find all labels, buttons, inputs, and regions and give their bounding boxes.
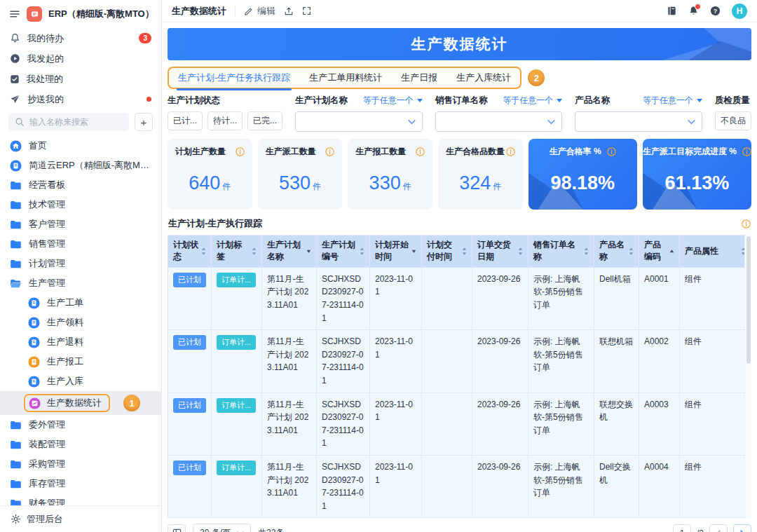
search-input[interactable]: 输入名称来搜索	[8, 113, 129, 131]
filter-operator[interactable]: 等于任意一个	[363, 95, 423, 107]
column-header[interactable]: 销售订单名称	[528, 236, 594, 268]
sidebar-item[interactable]: 库存管理	[0, 474, 161, 493]
doc-blue-icon	[28, 336, 40, 348]
filter-select[interactable]	[295, 111, 423, 132]
info-icon[interactable]	[607, 147, 616, 156]
sidebar-item[interactable]: 生产报工	[0, 352, 161, 371]
column-label: 销售订单名称	[533, 239, 582, 264]
journal-icon[interactable]	[667, 6, 677, 16]
scrollbar-thumb[interactable]	[746, 236, 751, 364]
column-header[interactable]: 计划开始时间	[370, 236, 422, 268]
column-header[interactable]: 计划标签	[212, 236, 262, 268]
main: 生产数据统计 编辑 ? H 生产数据统计	[162, 0, 757, 532]
sidebar-item[interactable]: 采购管理	[0, 454, 161, 474]
tab[interactable]: 生产工单用料统计	[309, 71, 382, 84]
sort-both-icon[interactable]	[518, 247, 523, 255]
status-chip[interactable]: 已计...	[168, 111, 203, 130]
column-header[interactable]: 生产计划编号	[317, 236, 370, 268]
column-header[interactable]: 计划交付时间	[422, 236, 472, 268]
admin-console-link[interactable]: 管理后台	[0, 505, 161, 532]
sidebar-item[interactable]: 委外管理	[0, 415, 161, 435]
sidebar-nav: 首页简道云ERP（精细版-离散MTO）「...经营看板技术管理客户管理销售管理计…	[0, 136, 161, 505]
column-header[interactable]: 产品属性	[680, 236, 751, 268]
sidebar-item[interactable]: 计划管理	[0, 254, 161, 273]
tag-badge: 订单计...	[217, 461, 256, 475]
sidebar-item[interactable]: 客户管理	[0, 214, 161, 234]
next-page-button[interactable]	[733, 524, 751, 532]
sidebar-quick-item[interactable]: 我发起的	[0, 48, 161, 69]
info-icon[interactable]	[236, 147, 245, 156]
info-icon[interactable]	[742, 219, 751, 229]
share-icon[interactable]	[284, 6, 294, 16]
info-icon[interactable]	[325, 147, 334, 156]
sidebar-item[interactable]: 销售管理	[0, 234, 161, 254]
prev-page-button[interactable]	[709, 524, 728, 532]
topbar: 生产数据统计 编辑 ? H	[162, 0, 757, 22]
sort-both-icon[interactable]	[252, 247, 257, 255]
column-label: 计划开始时间	[375, 239, 409, 264]
quality-chip[interactable]: 不良品	[715, 111, 751, 130]
table-row[interactable]: 已计划订单计...第11月-生产计划 2023.11A01SCJHXSDD230…	[168, 330, 751, 393]
sidebar-item[interactable]: 经营看板	[0, 175, 161, 195]
column-header[interactable]: 产品编码	[639, 236, 680, 268]
sidebar-item[interactable]: 技术管理	[0, 195, 161, 214]
sort-asc-icon[interactable]	[669, 250, 674, 253]
current-page-input[interactable]: 1	[673, 524, 691, 532]
column-header[interactable]: 产品名称	[594, 236, 639, 268]
folder-icon	[10, 498, 22, 506]
fullscreen-icon[interactable]	[302, 6, 311, 15]
filter-operator[interactable]: 等于任意一个	[503, 95, 562, 107]
column-header[interactable]: 订单交货日期	[472, 236, 528, 268]
table-row[interactable]: 已计划订单计...第11月-生产计划 2023.11A01SCJHXSDD230…	[168, 393, 751, 455]
sidebar-quick-item[interactable]: 抄送我的	[0, 89, 161, 109]
sidebar-item[interactable]: 生产领料	[0, 313, 161, 332]
filter-select[interactable]	[435, 111, 563, 132]
sidebar-item[interactable]: 生产数据统计1	[0, 391, 161, 415]
hamburger-icon[interactable]	[9, 8, 20, 20]
filter-select[interactable]	[575, 111, 702, 132]
help-icon[interactable]: ?	[710, 6, 721, 16]
edit-button[interactable]: 编辑	[244, 5, 275, 18]
sort-both-icon[interactable]	[629, 247, 634, 255]
column-header[interactable]: 计划状态	[168, 236, 212, 268]
sidebar-item[interactable]: 生产管理	[0, 273, 161, 293]
status-chip[interactable]: 已完...	[247, 111, 282, 130]
sidebar-quick-item[interactable]: 我处理的	[0, 69, 161, 89]
avatar[interactable]: H	[732, 4, 747, 19]
sort-both-icon[interactable]	[201, 247, 206, 255]
sort-both-icon[interactable]	[584, 247, 589, 255]
table-row[interactable]: 已计划订单计...第11月-生产计划 2023.11A01SCJHXSDD230…	[168, 267, 751, 329]
edit-label: 编辑	[257, 5, 275, 18]
status-chip[interactable]: 待计...	[207, 111, 243, 130]
sidebar-item[interactable]: 首页	[0, 136, 161, 156]
sidebar-item-label: 生产工单	[47, 296, 83, 309]
sidebar-item[interactable]: 生产入库	[0, 371, 161, 391]
column-header[interactable]: 生产计划名称	[262, 236, 317, 268]
column-settings-button[interactable]	[168, 524, 186, 532]
send-icon	[10, 94, 20, 104]
info-icon[interactable]	[416, 147, 425, 156]
add-app-button[interactable]: +	[135, 113, 153, 131]
sort-both-icon[interactable]	[462, 247, 467, 255]
info-icon[interactable]	[742, 147, 751, 156]
sort-desc-icon[interactable]	[411, 250, 416, 253]
sidebar-quick-item[interactable]: 我的待办3	[0, 28, 161, 48]
page-size-select[interactable]: 20 条/页	[193, 524, 251, 532]
table-scrollbar[interactable]	[744, 235, 751, 518]
sort-desc-icon[interactable]	[306, 250, 311, 253]
tab[interactable]: 生产计划-生产任务执行跟踪	[178, 71, 290, 84]
sidebar-item[interactable]: 简道云ERP（精细版-离散MTO）「...	[0, 156, 161, 175]
sort-both-icon[interactable]	[360, 247, 364, 255]
sidebar-item[interactable]: 装配管理	[0, 435, 161, 454]
tab[interactable]: 生产日报	[401, 71, 437, 84]
tab[interactable]: 生产入库统计	[456, 71, 511, 84]
sidebar-item[interactable]: 生产退料	[0, 332, 161, 352]
banner-title: 生产数据统计	[411, 34, 508, 54]
filter-operator[interactable]: 等于任意一个	[643, 95, 702, 107]
sidebar-item[interactable]: 财务管理	[0, 493, 161, 505]
search-placeholder: 输入名称来搜索	[29, 116, 88, 128]
notifications-button[interactable]	[688, 6, 699, 16]
table-row[interactable]: 已计划订单计...第11月-生产计划 2023.11A01SCJHXSDD230…	[168, 455, 751, 517]
info-icon[interactable]	[506, 147, 515, 156]
sidebar-item[interactable]: 生产工单	[0, 293, 161, 313]
